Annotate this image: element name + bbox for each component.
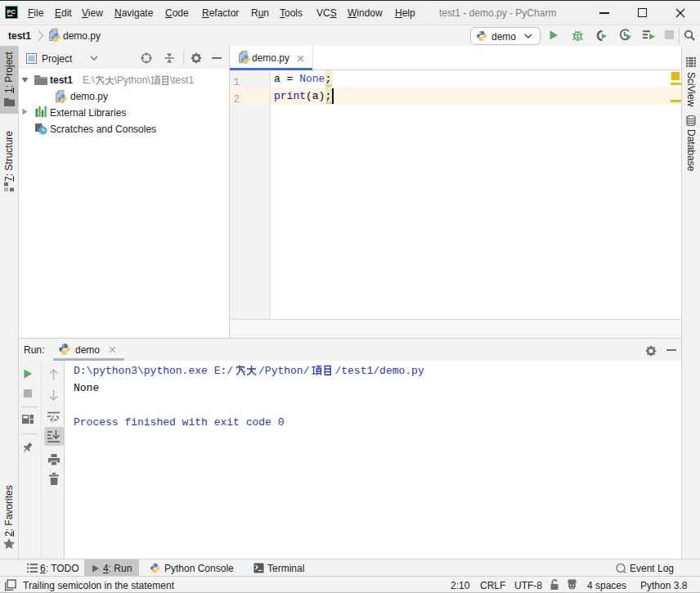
svg-text:PC: PC [7,8,16,16]
